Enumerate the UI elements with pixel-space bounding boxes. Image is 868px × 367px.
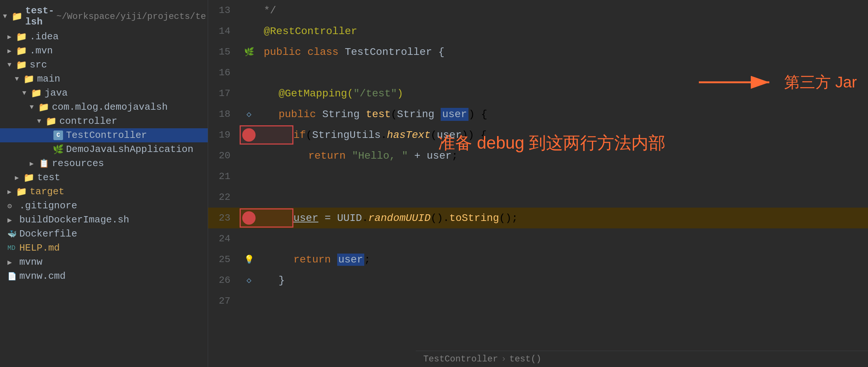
line-num-17: 17 (208, 88, 238, 99)
test-controller-label: TestController (66, 130, 147, 141)
sidebar-item-java[interactable]: ▼ 📁 java (0, 86, 208, 100)
code-editor[interactable]: 13 */ 14 @RestController 15 🌿 public (208, 0, 868, 367)
com-arrow-icon: ▼ (30, 103, 37, 111)
com-folder-icon: 📁 (39, 102, 49, 112)
code-line-19: 19 if(StringUtils.hasText(user)) { (208, 125, 868, 145)
sidebar-item-gitignore[interactable]: ⚙ .gitignore (0, 199, 208, 213)
breakpoint-box-19 (240, 125, 293, 145)
line-num-23: 23 (208, 212, 238, 224)
line-num-15: 15 (208, 46, 238, 57)
main-arrow-icon: ▼ (15, 75, 22, 83)
res-folder-icon: 📋 (39, 158, 49, 169)
line-num-26: 26 (208, 275, 238, 286)
editor-content: 13 */ 14 @RestController 15 🌿 public (208, 0, 868, 311)
line-num-18: 18 (208, 109, 238, 120)
idea-folder-icon: 📁 (16, 32, 27, 42)
sidebar-item-idea[interactable]: ▶ 📁 .idea (0, 30, 208, 44)
gutter-25: 💡 (238, 255, 260, 265)
sidebar-item-main[interactable]: ▼ 📁 main (0, 72, 208, 86)
root-label: test-lsh (25, 5, 54, 27)
com-label: com.mlog.demojavalsh (52, 102, 168, 113)
sidebar-item-resources[interactable]: ▶ 📋 resources (0, 156, 208, 171)
mvnw-label: mvnw (19, 257, 42, 268)
sidebar-item-test-controller[interactable]: C TestController (0, 128, 208, 142)
main-container: ▼ 📁 test-lsh ~/Workspace/yiji/projects/t… (0, 0, 868, 367)
sidebar-item-src[interactable]: ▼ 📁 src (0, 58, 208, 72)
git-spacer: ⚙ (7, 201, 15, 211)
code-line-15: 15 🌿 public class TestController { (208, 42, 868, 62)
spring-icon: 🌿 (53, 145, 63, 154)
arrow-gutter-26: ◇ (246, 275, 251, 285)
build-docker-label: buildDockerImage.sh (19, 214, 129, 225)
line-num-14: 14 (208, 26, 238, 37)
sidebar-item-com[interactable]: ▼ 📁 com.mlog.demojavalsh (0, 100, 208, 114)
code-13: */ (260, 5, 868, 16)
line-num-22: 22 (208, 192, 238, 203)
src-folder-icon: 📁 (16, 60, 27, 70)
src-label: src (30, 59, 47, 70)
gutter-26: ◇ (238, 275, 260, 285)
mvn-arrow-icon: ▶ (7, 47, 15, 55)
java-arrow-icon: ▼ (22, 89, 30, 97)
line-num-27: 27 (208, 295, 238, 307)
docker-icon: 🐳 (7, 229, 15, 239)
code-19: if(StringUtils.hasText(user)) { (260, 129, 868, 141)
code-15: public class TestController { (260, 46, 868, 58)
breadcrumb-bar: TestController › test() (416, 351, 868, 367)
spring-gutter-icon: 🌿 (244, 47, 254, 57)
breadcrumb-method: test() (509, 354, 541, 364)
dockerfile-label: Dockerfile (19, 228, 77, 239)
sidebar-item-mvnw[interactable]: ▶ mvnw (0, 255, 208, 269)
code-line-24: 24 (208, 228, 868, 249)
resources-label: resources (52, 158, 104, 169)
code-line-16: 16 (208, 62, 868, 83)
idea-arrow-icon: ▶ (7, 33, 15, 41)
mvnwcmd-label: mvnw.cmd (19, 271, 66, 282)
code-25: return user; (260, 254, 868, 265)
code-line-17: 17 @GetMapping("/test") (208, 83, 868, 104)
code-line-26: 26 ◇ } (208, 270, 868, 291)
test-arrow-icon: ▶ (15, 173, 22, 182)
java-folder-icon: 📁 (31, 88, 42, 98)
target-folder-icon: 📁 (16, 186, 27, 197)
gutter-18: ◇ (238, 109, 260, 119)
code-20: return "Hello, " + user; (260, 150, 868, 162)
md-icon: MD (7, 244, 15, 252)
sidebar-item-mvnwcmd[interactable]: 📄 mvnw.cmd (0, 269, 208, 283)
sidebar-item-target[interactable]: ▶ 📁 target (0, 185, 208, 199)
breadcrumb-class: TestController (423, 354, 498, 364)
sidebar-item-help[interactable]: MD HELP.md (0, 241, 208, 255)
code-line-21: 21 (208, 166, 868, 187)
project-root[interactable]: ▼ 📁 test-lsh ~/Workspace/yiji/projects/t… (0, 3, 208, 30)
code-17: @GetMapping("/test") (260, 88, 868, 99)
sidebar-item-test[interactable]: ▶ 📁 test (0, 171, 208, 185)
help-label: HELP.md (19, 242, 60, 254)
line-num-16: 16 (208, 67, 238, 78)
code-line-13: 13 */ (208, 0, 868, 21)
code-23: user = UUID.randomUUID().toString(); (260, 212, 868, 224)
sidebar-item-controller[interactable]: ▼ 📁 controller (0, 114, 208, 128)
root-folder-icon: 📁 (12, 11, 22, 22)
mvn-folder-icon: 📁 (16, 46, 27, 56)
line-num-19: 19 (208, 129, 238, 140)
code-line-22: 22 (208, 187, 868, 208)
sidebar-item-build-docker[interactable]: ▶ buildDockerImage.sh (0, 213, 208, 227)
gitignore-label: .gitignore (19, 200, 77, 211)
sidebar-item-dockerfile[interactable]: 🐳 Dockerfile (0, 227, 208, 241)
idea-label: .idea (30, 31, 59, 42)
class-icon: C (53, 130, 63, 140)
code-line-25: 25 💡 return user; (208, 249, 868, 270)
test-label: test (37, 172, 60, 183)
line-num-24: 24 (208, 233, 238, 244)
code-18: public String test(String user) { (260, 109, 868, 120)
root-arrow-icon: ▼ (3, 13, 10, 20)
sidebar-item-mvn[interactable]: ▶ 📁 .mvn (0, 44, 208, 58)
root-path: ~/Workspace/yiji/projects/te (56, 11, 206, 22)
sidebar-item-demo-app[interactable]: 🌿 DemoJavaLshApplication (0, 142, 208, 156)
code-14: @RestController (260, 26, 868, 37)
test-folder-icon: 📁 (24, 172, 34, 183)
line-num-21: 21 (208, 171, 238, 182)
code-line-14: 14 @RestController (208, 21, 868, 42)
bulb-gutter-icon[interactable]: 💡 (244, 255, 254, 265)
line-num-20: 20 (208, 150, 238, 161)
